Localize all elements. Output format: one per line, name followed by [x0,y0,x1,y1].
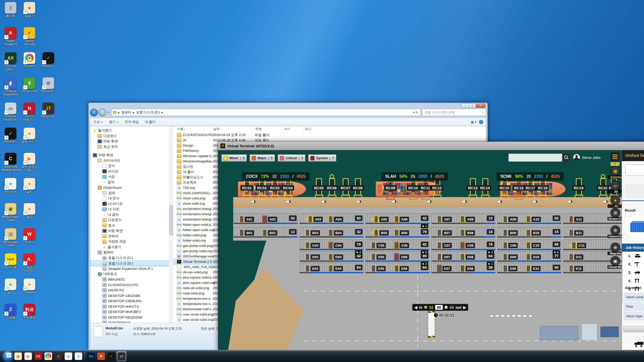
yard-block-A10[interactable]: A10 [526,215,541,223]
yard-block-B07[interactable]: B07 [437,229,452,237]
map-button-camera-setting[interactable]: ⚙ [611,225,620,235]
yard-section-A2[interactable]: A05A0642 [366,213,429,224]
crane-RC12[interactable]: ×RC12 [434,178,440,200]
desktop-icon-14[interactable]: ●↗알씨 꾸미기 [20,128,38,143]
tree-item-27[interactable]: 네트워크 [90,271,169,277]
crane-RC09[interactable]: ×RC09 [388,178,393,200]
desktop-icon-6[interactable]: ✓↗VirtualTer... [39,52,57,68]
hamburger-menu-icon[interactable] [611,152,620,161]
desktop-icon-16[interactable]: ▶↗알씨 동영상 만들기 [20,153,38,172]
yard-block-A02[interactable]: A02 [262,215,277,223]
yard-block-C04[interactable]: C04 [328,242,343,249]
tree-item-2[interactable]: 바탕 화면 [90,139,169,144]
yard-section-C1[interactable]: C03C0479 [300,240,364,250]
tree-item-32[interactable]: DESKTOP-C9EBURS [90,298,169,304]
terminal-search-input[interactable] [508,154,562,162]
yard-block-D04[interactable]: D04 [328,253,343,261]
crane-RC15[interactable]: ×RC15 [502,178,507,200]
yard-block-A01[interactable]: A01 [239,215,254,223]
yard-block-E11[interactable]: E11 [569,265,583,272]
yard-block-A11[interactable]: A11 [569,215,583,223]
taskbar-chrome[interactable] [44,351,53,361]
yard-section-A3[interactable]: A07A0815 [431,213,495,224]
yard-block-B11[interactable]: B11 [569,229,583,237]
crane-RC04[interactable]: ×RC04 [285,178,291,200]
toolbar-1[interactable]: 열기 ▼ [106,120,122,124]
tree-item-0[interactable]: ★즐겨찾기 [90,128,169,133]
tree-item-17[interactable]: 다운로드 [90,217,169,223]
desktop-icon-26[interactable]: ●↗Gorealra [20,279,38,294]
taskbar-internet-explorer[interactable]: e [74,351,83,361]
job-history-item-4[interactable]: 4. [622,277,644,285]
yard-block-C06[interactable]: C06 [394,242,409,249]
job-history-item-1[interactable]: 1. [622,252,644,260]
column-header-0[interactable]: 이름 ▴ [175,126,212,133]
column-header-1[interactable]: 날짜 [211,126,249,133]
yard-section-B4[interactable]: B09B1015 [497,227,561,238]
breadcrumb-local-disk-d[interactable]: 로컬 디스크 (D:) [135,110,161,115]
tree-item-21[interactable]: 저장된 게임 [90,239,169,244]
panel-collapse-tab[interactable]: ▼ [611,162,620,166]
tree-item-6[interactable]: 라이브러리 [90,158,169,163]
yard-section-A1[interactable]: A03A0490 [300,213,364,224]
desktop-icon-13[interactable]: ✓↗VirtualTer... [2,128,20,143]
yard-block-A09[interactable]: A09 [503,215,518,223]
desktop-icon-23[interactable]: TALK↗카카오톡 [2,253,20,269]
tree-item-15[interactable]: 내 사진 [90,206,169,212]
desktop-icon-0[interactable]: ▯휴지통 [2,2,20,18]
yard-block-B02[interactable]: B02 [262,229,277,237]
desktop-icon-20[interactable]: ●↗알집 [20,203,38,219]
yard-section-B3[interactable]: B07B0818 [431,227,495,238]
yard-block-E08[interactable]: E08 [460,265,475,272]
tree-item-14[interactable]: 내 비디오 [90,201,169,207]
tab-current[interactable]: Curre [625,184,644,197]
desktop-icon-10[interactable]: ▭↗ASRock SmartCon... [2,103,20,121]
tree-item-31[interactable]: DESKTOP-14OJABK [90,293,169,298]
yard-section-D4[interactable]: D09D1077 [497,251,561,262]
map-button-3d[interactable]: ▲ [611,195,620,205]
yard-block-B05[interactable]: B05 [371,229,389,237]
yard-block-B03[interactable]: B03 [305,229,320,237]
yard-section-B2[interactable]: B05B0679 [366,227,429,238]
taskbar-photoshop[interactable]: Ps [87,351,96,361]
crane-RC06[interactable]: ×RC06 [329,178,335,200]
tree-item-13[interactable]: 내 문서 [90,196,169,201]
crane-RC02[interactable]: ×RC02 [259,178,265,200]
crane-RC01[interactable]: ×RC01 [244,178,250,200]
yard-block-C08[interactable]: C08 [460,242,475,249]
yard-section-E1[interactable]: E03E0484 [300,263,364,273]
desktop-icon-3[interactable]: ✓↗Norton Security [20,27,38,46]
crane-RC11[interactable]: ×RC11 [423,178,428,200]
back-button[interactable]: ← [90,109,98,116]
tree-item-25[interactable]: 로컬 디스크 (D:) [90,260,169,266]
yard-section-E3[interactable]: E07E0839 [431,263,495,273]
tree-item-5[interactable]: 바탕 화면 [90,152,169,158]
yard-section-A4[interactable]: A09A1050 [497,213,561,224]
tree-item-9[interactable]: 사진 [90,174,169,179]
alarm-field-2[interactable]: Alarm Type [623,311,644,321]
breadcrumb-computer[interactable]: 컴퓨터 [120,110,133,115]
user-menu[interactable]: Steve Jobs [573,154,600,161]
desktop-icon-19[interactable]: ◉↗Media Player Center [2,203,20,222]
terminal-title-bar[interactable]: JT Virtual Terminal JAT2(V2.0) [218,142,644,150]
terminal-map[interactable]: Minor|3Major|5Critical|3System|7 Steve J… [218,150,644,350]
desktop-icon-28[interactable]: 하프↗하프클럽 [20,304,38,319]
help-icon[interactable]: ? [479,120,483,124]
crane-RC14[interactable]: ×RC14 [482,178,488,200]
desktop-icon-21[interactable]: ▤↗Messenger Center [2,228,20,247]
yard-block-E09[interactable]: E09 [503,265,517,272]
file-row-0[interactable]: CLICKNTOUCH-PC2018-04-24 오후 2:23파일 폴더 [173,132,486,138]
yard-block-A07[interactable]: A07 [437,215,452,223]
yard-block-C05[interactable]: C05 [371,242,386,249]
yard-block-A04[interactable]: A04 [328,215,343,223]
toolbar-0[interactable]: 구성 ▼ [90,120,106,124]
desktop-icon-15[interactable]: C↗CyberLink MediaEspresso [2,153,20,172]
forward-button[interactable]: → [98,109,106,116]
map-button-summay[interactable]: ▦ [611,166,620,176]
crane-RC16[interactable]: ×RC16 [516,178,521,200]
crane-RC20[interactable]: ×RC20 [600,178,606,200]
crane-RC03[interactable]: ×RC03 [272,178,277,200]
yard-block-D09[interactable]: D09 [503,253,518,261]
alarm-badge-minor[interactable]: Minor|3 [221,154,247,162]
taskbar-virtual-terminal[interactable]: ✓ [107,351,116,361]
